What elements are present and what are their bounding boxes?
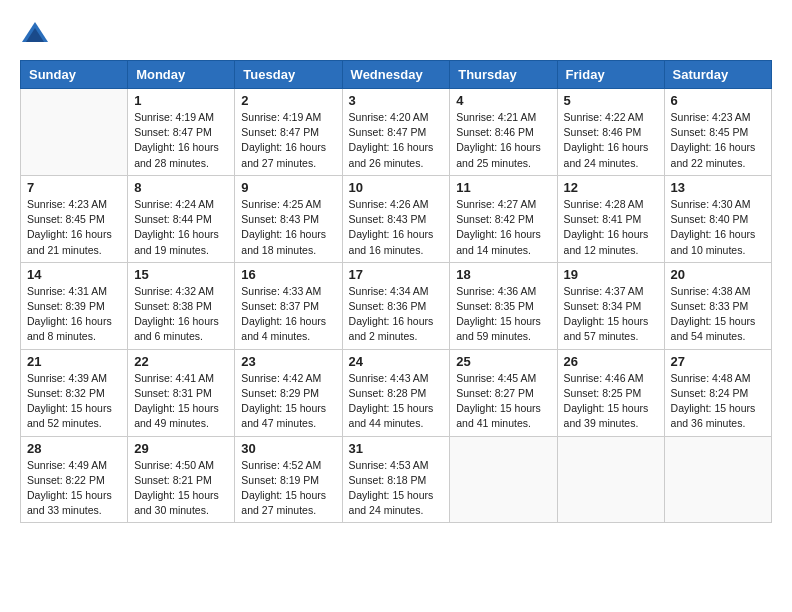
calendar-day-header: Friday [557, 61, 664, 89]
day-number: 27 [671, 354, 765, 369]
day-info: Sunrise: 4:19 AM Sunset: 8:47 PM Dayligh… [241, 110, 335, 171]
calendar-day-cell: 21Sunrise: 4:39 AM Sunset: 8:32 PM Dayli… [21, 349, 128, 436]
day-number: 5 [564, 93, 658, 108]
day-number: 29 [134, 441, 228, 456]
calendar-day-cell: 15Sunrise: 4:32 AM Sunset: 8:38 PM Dayli… [128, 262, 235, 349]
day-info: Sunrise: 4:21 AM Sunset: 8:46 PM Dayligh… [456, 110, 550, 171]
logo-icon [20, 20, 50, 50]
calendar-day-header: Monday [128, 61, 235, 89]
calendar-header-row: SundayMondayTuesdayWednesdayThursdayFrid… [21, 61, 772, 89]
calendar-day-cell: 17Sunrise: 4:34 AM Sunset: 8:36 PM Dayli… [342, 262, 450, 349]
day-number: 7 [27, 180, 121, 195]
calendar-week-row: 1Sunrise: 4:19 AM Sunset: 8:47 PM Daylig… [21, 89, 772, 176]
day-info: Sunrise: 4:34 AM Sunset: 8:36 PM Dayligh… [349, 284, 444, 345]
calendar-day-cell: 30Sunrise: 4:52 AM Sunset: 8:19 PM Dayli… [235, 436, 342, 523]
day-info: Sunrise: 4:31 AM Sunset: 8:39 PM Dayligh… [27, 284, 121, 345]
day-info: Sunrise: 4:46 AM Sunset: 8:25 PM Dayligh… [564, 371, 658, 432]
day-info: Sunrise: 4:43 AM Sunset: 8:28 PM Dayligh… [349, 371, 444, 432]
calendar-day-cell: 23Sunrise: 4:42 AM Sunset: 8:29 PM Dayli… [235, 349, 342, 436]
day-number: 4 [456, 93, 550, 108]
calendar-day-cell: 31Sunrise: 4:53 AM Sunset: 8:18 PM Dayli… [342, 436, 450, 523]
day-info: Sunrise: 4:39 AM Sunset: 8:32 PM Dayligh… [27, 371, 121, 432]
day-info: Sunrise: 4:45 AM Sunset: 8:27 PM Dayligh… [456, 371, 550, 432]
day-number: 26 [564, 354, 658, 369]
day-number: 23 [241, 354, 335, 369]
day-number: 20 [671, 267, 765, 282]
day-number: 6 [671, 93, 765, 108]
calendar-day-cell: 25Sunrise: 4:45 AM Sunset: 8:27 PM Dayli… [450, 349, 557, 436]
calendar-day-header: Saturday [664, 61, 771, 89]
day-number: 9 [241, 180, 335, 195]
day-info: Sunrise: 4:53 AM Sunset: 8:18 PM Dayligh… [349, 458, 444, 519]
calendar-day-cell: 10Sunrise: 4:26 AM Sunset: 8:43 PM Dayli… [342, 175, 450, 262]
day-number: 8 [134, 180, 228, 195]
calendar-week-row: 28Sunrise: 4:49 AM Sunset: 8:22 PM Dayli… [21, 436, 772, 523]
calendar-day-cell: 3Sunrise: 4:20 AM Sunset: 8:47 PM Daylig… [342, 89, 450, 176]
calendar-day-header: Wednesday [342, 61, 450, 89]
calendar-table: SundayMondayTuesdayWednesdayThursdayFrid… [20, 60, 772, 523]
calendar-day-cell: 11Sunrise: 4:27 AM Sunset: 8:42 PM Dayli… [450, 175, 557, 262]
calendar-day-cell: 16Sunrise: 4:33 AM Sunset: 8:37 PM Dayli… [235, 262, 342, 349]
calendar-day-cell: 2Sunrise: 4:19 AM Sunset: 8:47 PM Daylig… [235, 89, 342, 176]
day-number: 30 [241, 441, 335, 456]
day-number: 16 [241, 267, 335, 282]
day-number: 17 [349, 267, 444, 282]
calendar-day-cell [557, 436, 664, 523]
day-info: Sunrise: 4:48 AM Sunset: 8:24 PM Dayligh… [671, 371, 765, 432]
day-info: Sunrise: 4:19 AM Sunset: 8:47 PM Dayligh… [134, 110, 228, 171]
day-number: 19 [564, 267, 658, 282]
day-info: Sunrise: 4:23 AM Sunset: 8:45 PM Dayligh… [27, 197, 121, 258]
calendar-day-cell: 5Sunrise: 4:22 AM Sunset: 8:46 PM Daylig… [557, 89, 664, 176]
calendar-week-row: 7Sunrise: 4:23 AM Sunset: 8:45 PM Daylig… [21, 175, 772, 262]
calendar-day-header: Tuesday [235, 61, 342, 89]
calendar-day-cell [450, 436, 557, 523]
day-info: Sunrise: 4:52 AM Sunset: 8:19 PM Dayligh… [241, 458, 335, 519]
calendar-day-cell: 12Sunrise: 4:28 AM Sunset: 8:41 PM Dayli… [557, 175, 664, 262]
calendar-day-cell: 4Sunrise: 4:21 AM Sunset: 8:46 PM Daylig… [450, 89, 557, 176]
calendar-week-row: 14Sunrise: 4:31 AM Sunset: 8:39 PM Dayli… [21, 262, 772, 349]
calendar-day-cell: 27Sunrise: 4:48 AM Sunset: 8:24 PM Dayli… [664, 349, 771, 436]
calendar-day-cell: 28Sunrise: 4:49 AM Sunset: 8:22 PM Dayli… [21, 436, 128, 523]
calendar-day-cell: 22Sunrise: 4:41 AM Sunset: 8:31 PM Dayli… [128, 349, 235, 436]
day-info: Sunrise: 4:38 AM Sunset: 8:33 PM Dayligh… [671, 284, 765, 345]
calendar-day-cell: 20Sunrise: 4:38 AM Sunset: 8:33 PM Dayli… [664, 262, 771, 349]
calendar-day-cell: 29Sunrise: 4:50 AM Sunset: 8:21 PM Dayli… [128, 436, 235, 523]
calendar-day-cell: 13Sunrise: 4:30 AM Sunset: 8:40 PM Dayli… [664, 175, 771, 262]
day-info: Sunrise: 4:33 AM Sunset: 8:37 PM Dayligh… [241, 284, 335, 345]
day-info: Sunrise: 4:30 AM Sunset: 8:40 PM Dayligh… [671, 197, 765, 258]
calendar-day-header: Sunday [21, 61, 128, 89]
day-number: 28 [27, 441, 121, 456]
day-info: Sunrise: 4:50 AM Sunset: 8:21 PM Dayligh… [134, 458, 228, 519]
day-info: Sunrise: 4:25 AM Sunset: 8:43 PM Dayligh… [241, 197, 335, 258]
day-number: 1 [134, 93, 228, 108]
day-number: 24 [349, 354, 444, 369]
calendar-day-cell: 7Sunrise: 4:23 AM Sunset: 8:45 PM Daylig… [21, 175, 128, 262]
day-number: 14 [27, 267, 121, 282]
day-info: Sunrise: 4:41 AM Sunset: 8:31 PM Dayligh… [134, 371, 228, 432]
day-info: Sunrise: 4:32 AM Sunset: 8:38 PM Dayligh… [134, 284, 228, 345]
day-number: 10 [349, 180, 444, 195]
day-number: 15 [134, 267, 228, 282]
day-number: 21 [27, 354, 121, 369]
day-number: 2 [241, 93, 335, 108]
day-number: 25 [456, 354, 550, 369]
day-info: Sunrise: 4:28 AM Sunset: 8:41 PM Dayligh… [564, 197, 658, 258]
calendar-day-cell [664, 436, 771, 523]
calendar-day-cell: 1Sunrise: 4:19 AM Sunset: 8:47 PM Daylig… [128, 89, 235, 176]
day-info: Sunrise: 4:20 AM Sunset: 8:47 PM Dayligh… [349, 110, 444, 171]
page-header [20, 20, 772, 50]
day-info: Sunrise: 4:36 AM Sunset: 8:35 PM Dayligh… [456, 284, 550, 345]
day-number: 12 [564, 180, 658, 195]
day-info: Sunrise: 4:37 AM Sunset: 8:34 PM Dayligh… [564, 284, 658, 345]
day-number: 11 [456, 180, 550, 195]
calendar-day-cell [21, 89, 128, 176]
calendar-day-cell: 18Sunrise: 4:36 AM Sunset: 8:35 PM Dayli… [450, 262, 557, 349]
calendar-day-cell: 19Sunrise: 4:37 AM Sunset: 8:34 PM Dayli… [557, 262, 664, 349]
calendar-week-row: 21Sunrise: 4:39 AM Sunset: 8:32 PM Dayli… [21, 349, 772, 436]
day-number: 31 [349, 441, 444, 456]
calendar-day-cell: 9Sunrise: 4:25 AM Sunset: 8:43 PM Daylig… [235, 175, 342, 262]
day-info: Sunrise: 4:42 AM Sunset: 8:29 PM Dayligh… [241, 371, 335, 432]
day-number: 3 [349, 93, 444, 108]
day-number: 18 [456, 267, 550, 282]
day-info: Sunrise: 4:26 AM Sunset: 8:43 PM Dayligh… [349, 197, 444, 258]
